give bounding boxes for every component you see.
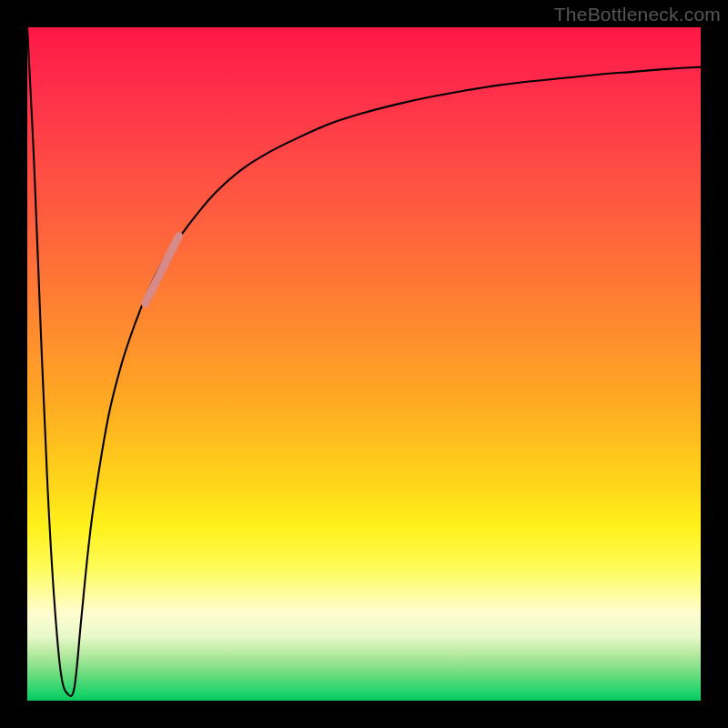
plot-area	[27, 27, 701, 701]
curve-svg	[27, 27, 701, 701]
chart-frame: TheBottleneck.com	[0, 0, 728, 728]
watermark-text: TheBottleneck.com	[554, 4, 721, 25]
bottleneck-curve	[27, 27, 701, 696]
curve-highlight	[146, 236, 179, 303]
